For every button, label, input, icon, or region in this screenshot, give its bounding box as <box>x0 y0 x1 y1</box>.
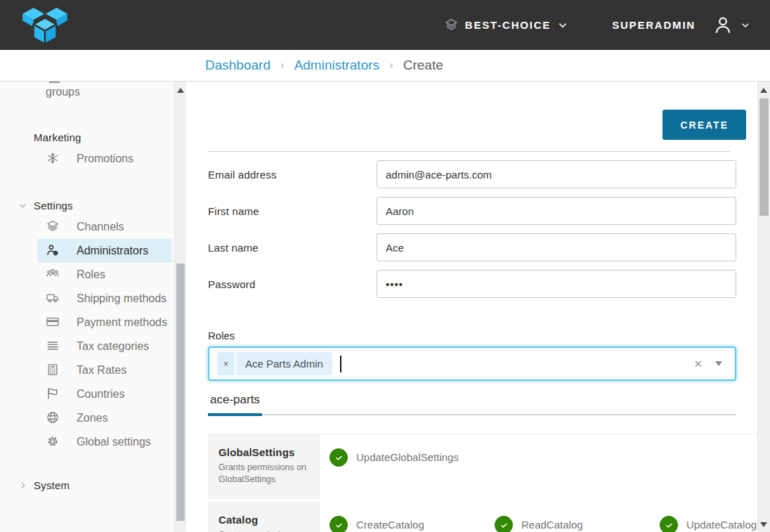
permission-label: ReadCatalog <box>521 516 583 532</box>
asterisk-icon <box>46 151 60 165</box>
sidebar-item-shipping-methods[interactable]: Shipping methods <box>37 287 172 311</box>
administrator-form: Email address First name Last name Passw… <box>208 160 736 415</box>
user-menu[interactable]: SUPERADMIN <box>612 15 750 36</box>
chevron-down-icon <box>740 20 750 30</box>
breadcrumb-current: Create <box>403 58 443 73</box>
breadcrumb: Dashboard › Administrators › Create <box>0 50 770 82</box>
sidebar-scrollbar[interactable] <box>174 82 186 532</box>
top-bar: BEST-CHOICE SUPERADMIN <box>0 0 770 50</box>
create-button[interactable]: CREATE <box>663 110 746 140</box>
vendure-logo-icon[interactable] <box>20 6 70 47</box>
sidebar-section-marketing[interactable]: Marketing <box>0 131 174 143</box>
role-chip-label: Ace Parts Admin <box>236 352 332 375</box>
tab-ace-parts[interactable]: ace-parts <box>208 393 262 416</box>
sidebar-item-countries[interactable]: Countries <box>37 382 172 406</box>
sidebar-scrollbar-thumb[interactable] <box>176 264 185 521</box>
sidebar-item-global-settings[interactable]: Global settings <box>37 430 172 454</box>
permission-cell: UpdateCatalog <box>651 502 757 532</box>
sidebar-nav: groups Marketing Promotions Settings <box>0 82 174 532</box>
permission-group-cell: GlobalSettings Grants permissions on Glo… <box>208 434 320 499</box>
permission-toggle-on[interactable] <box>329 516 348 532</box>
credit-card-icon <box>46 315 60 329</box>
permission-label: UpdateGlobalSettings <box>356 448 459 467</box>
sidebar-section-settings[interactable]: Settings <box>0 200 174 212</box>
breadcrumb-administrators[interactable]: Administrators <box>294 58 379 73</box>
permission-toggle-on[interactable] <box>329 448 348 467</box>
sidebar-section-system[interactable]: System <box>0 479 174 491</box>
sidebar-item-tax-rates[interactable]: Tax Rates <box>37 358 172 382</box>
flag-icon <box>46 387 60 401</box>
scroll-down-icon[interactable] <box>760 522 767 527</box>
roles-label: Roles <box>208 330 736 342</box>
permission-toggle-on[interactable] <box>495 516 513 532</box>
last-name-field[interactable] <box>377 233 736 261</box>
divider <box>208 151 731 152</box>
channel-tabs: ace-parts <box>208 393 736 415</box>
scroll-up-icon[interactable] <box>760 88 767 93</box>
permissions-table: GlobalSettings Grants permissions on Glo… <box>208 434 757 532</box>
permission-label: UpdateCatalog <box>686 516 757 532</box>
breadcrumb-dashboard[interactable]: Dashboard <box>205 58 270 73</box>
password-field[interactable] <box>377 270 736 298</box>
dropdown-caret-icon[interactable] <box>715 361 722 366</box>
sidebar-item-customer-groups[interactable]: groups <box>0 82 174 100</box>
permission-group-description: Grants permissions on Products, Facets <box>218 529 313 532</box>
check-icon <box>334 520 344 531</box>
channel-name: BEST-CHOICE <box>465 19 551 31</box>
breadcrumb-separator: › <box>389 58 393 72</box>
user-icon <box>712 15 733 36</box>
roles-select[interactable]: × Ace Parts Admin ✕ <box>208 346 736 381</box>
role-chip: × Ace Parts Admin <box>217 352 332 375</box>
first-name-label: First name <box>208 205 377 217</box>
permission-group-description: Grants permissions on GlobalSettings <box>218 462 313 486</box>
chevron-right-icon <box>18 481 27 490</box>
sidebar-item-channels[interactable]: Channels <box>37 215 172 239</box>
channel-switcher[interactable]: BEST-CHOICE <box>444 18 568 32</box>
form-row-last-name: Last name <box>208 233 736 261</box>
form-row-first-name: First name <box>208 197 736 225</box>
username: SUPERADMIN <box>612 19 696 31</box>
scroll-up-icon[interactable] <box>177 88 184 93</box>
permission-row-globalsettings: GlobalSettings Grants permissions on Glo… <box>208 434 757 499</box>
check-icon <box>499 520 509 531</box>
sidebar-item-promotions[interactable]: Promotions <box>37 147 172 171</box>
email-label: Email address <box>208 169 377 181</box>
text-cursor <box>340 356 341 372</box>
sidebar-item-payment-methods[interactable]: Payment methods <box>37 311 172 335</box>
clipped-icon <box>49 82 60 83</box>
check-icon <box>664 520 674 531</box>
chevron-down-icon <box>557 20 568 31</box>
sidebar-item-administrators[interactable]: Administrators <box>37 239 172 263</box>
permission-group-name: Catalog <box>218 514 313 526</box>
list-icon <box>46 339 60 353</box>
breadcrumb-separator: › <box>280 58 285 72</box>
clear-selection-icon[interactable]: ✕ <box>693 358 703 370</box>
first-name-field[interactable] <box>377 197 736 225</box>
roles-block: Roles × Ace Parts Admin ✕ <box>208 330 736 381</box>
permission-cell: ReadCatalog <box>485 502 651 532</box>
main-scrollbar-thumb[interactable] <box>759 98 769 216</box>
layers-icon <box>444 18 459 32</box>
admin-user-icon <box>46 243 60 257</box>
chevron-down-icon <box>18 201 27 210</box>
admin-app: BEST-CHOICE SUPERADMIN Dashb <box>0 0 770 532</box>
permission-group-name: GlobalSettings <box>218 446 313 458</box>
users-icon <box>46 267 60 281</box>
check-icon <box>334 453 344 463</box>
main-scrollbar[interactable] <box>757 82 770 532</box>
cog-icon <box>46 434 60 448</box>
topbar-right: BEST-CHOICE SUPERADMIN <box>444 15 750 36</box>
sidebar-item-tax-categories[interactable]: Tax categories <box>37 335 172 358</box>
sidebar-item-zones[interactable]: Zones <box>37 406 172 430</box>
globe-icon <box>46 410 60 424</box>
truck-icon <box>46 291 60 305</box>
chip-remove-icon[interactable]: × <box>217 352 235 375</box>
form-row-password: Password <box>208 270 736 298</box>
sidebar-item-roles[interactable]: Roles <box>37 263 172 287</box>
permission-toggle-on[interactable] <box>660 516 678 532</box>
layers-icon <box>46 219 60 233</box>
email-field[interactable] <box>377 160 736 188</box>
permission-cell: CreateCatalog <box>320 502 485 532</box>
last-name-label: Last name <box>208 242 377 254</box>
form-row-email: Email address <box>208 160 736 188</box>
